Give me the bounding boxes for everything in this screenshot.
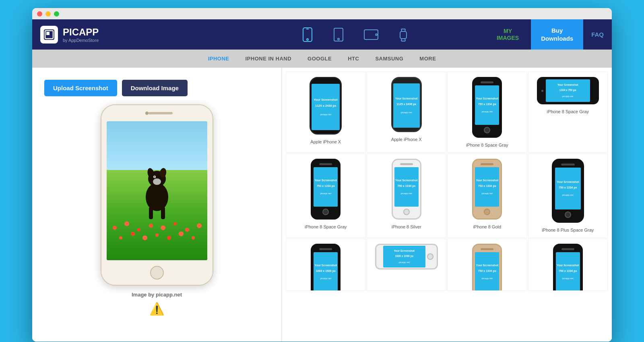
phone-grid: Your Screenshot 1125 x 2436 px picapp.ne… <box>286 72 608 291</box>
grid-cell-11[interactable]: Your Screenshot 750 x 1334 px picapp.net <box>528 238 608 291</box>
close-dot[interactable] <box>37 11 42 17</box>
mockup-6: Your Screenshot 750 x 1334 px picapp.net <box>472 159 502 220</box>
svg-rect-3 <box>303 28 312 41</box>
faq-link[interactable]: FAQ <box>583 31 612 38</box>
cell-label-1: Apple iPhone X <box>391 137 422 142</box>
svg-point-17 <box>113 226 117 230</box>
grid-cell-7[interactable]: Your Screenshot 750 x 1334 px picapp.net… <box>528 153 608 238</box>
action-buttons: Upload Screenshot Download Image <box>44 80 188 96</box>
mockup-1: Your Screenshot 1125 x 2436 px picapp.ne… <box>391 77 422 132</box>
mockup-9: Your Screenshot 1920 x 1080 px picapp.ne… <box>375 244 438 269</box>
warning-icon[interactable]: ⚠️ <box>149 302 164 316</box>
svg-point-20 <box>149 224 153 228</box>
grid-cell-10[interactable]: Your Screenshot 750 x 1334 px picapp.net <box>447 238 527 291</box>
watch-device-tab[interactable] <box>398 27 408 42</box>
subnav-iphone-in-hand[interactable]: IPHONE IN HAND <box>245 56 291 62</box>
phone-screen <box>107 121 207 260</box>
subnav-google[interactable]: GOOGLE <box>308 56 332 62</box>
app-window: PICAPP by AppDemoStore <box>32 8 612 342</box>
subnav-htc[interactable]: HTC <box>348 56 359 62</box>
phone-speaker <box>149 112 173 114</box>
grid-cell-3[interactable]: Your Screenshot 1334 x 750 px picapp.net… <box>528 72 608 153</box>
image-credit: Image by picapp.net <box>132 292 182 298</box>
buy-downloads-button[interactable]: Buy Downloads <box>531 19 583 50</box>
header: PICAPP by AppDemoStore <box>32 19 612 50</box>
svg-point-27 <box>142 236 147 240</box>
phone-preview-mockup <box>101 104 213 286</box>
subnav-more[interactable]: MORE <box>419 56 436 62</box>
svg-point-21 <box>161 226 165 230</box>
sub-nav: IPHONE IPHONE IN HAND GOOGLE HTC SAMSUNG… <box>32 50 612 68</box>
phone-bottom-bar <box>101 260 213 285</box>
ipad-landscape-device-tab[interactable] <box>364 29 378 40</box>
iphone-device-tab[interactable] <box>302 27 313 42</box>
svg-point-9 <box>376 34 377 35</box>
mockup-8: Your Screenshot 1080 x 1920 px picapp.ne… <box>311 244 341 291</box>
logo-subtitle: by AppDemoStore <box>63 38 99 43</box>
cell-label-3: iPhone 8 Space Gray <box>547 109 589 114</box>
grid-cell-1[interactable]: Your Screenshot 1125 x 2436 px picapp.ne… <box>367 72 447 153</box>
svg-point-22 <box>173 222 177 226</box>
grid-cell-9[interactable]: Your Screenshot 1920 x 1080 px picapp.ne… <box>367 238 447 291</box>
cell-label-2: iPhone 8 Space Gray <box>466 143 508 147</box>
svg-rect-2 <box>46 32 50 35</box>
home-button <box>150 266 164 280</box>
svg-point-31 <box>192 236 195 240</box>
svg-rect-37 <box>161 207 165 219</box>
grid-cell-2[interactable]: Your Screenshot 750 x 1334 px picapp.net… <box>447 72 527 153</box>
svg-point-32 <box>146 183 168 211</box>
cell-label-6: iPhone 8 Gold <box>473 224 501 229</box>
maximize-dot[interactable] <box>54 11 59 17</box>
nav-right: MY IMAGES Buy Downloads FAQ <box>485 19 612 50</box>
svg-point-7 <box>338 38 339 40</box>
ipad-portrait-device-tab[interactable] <box>333 28 344 41</box>
svg-point-40 <box>154 176 155 178</box>
subnav-iphone[interactable]: IPHONE <box>208 56 229 62</box>
subnav-samsung[interactable]: SAMSUNG <box>375 56 403 62</box>
mockup-11: Your Screenshot 750 x 1334 px picapp.net <box>553 244 583 291</box>
svg-point-28 <box>155 234 159 237</box>
grid-cell-8[interactable]: Your Screenshot 1080 x 1920 px picapp.ne… <box>286 238 366 291</box>
download-image-button[interactable]: Download Image <box>122 80 188 96</box>
mockup-7: Your Screenshot 750 x 1334 px picapp.net <box>552 159 584 223</box>
mockup-0: Your Screenshot 1125 x 2436 px picapp.ne… <box>310 77 342 135</box>
svg-point-38 <box>153 178 161 185</box>
logo-area: PICAPP by AppDemoStore <box>32 26 225 44</box>
svg-rect-6 <box>334 28 343 41</box>
logo-icon <box>40 26 58 44</box>
svg-point-26 <box>131 232 135 236</box>
grid-cell-0[interactable]: Your Screenshot 1125 x 2436 px picapp.ne… <box>286 72 366 153</box>
my-images-button[interactable]: MY IMAGES <box>485 28 531 41</box>
mockup-10: Your Screenshot 750 x 1334 px picapp.net <box>472 244 502 291</box>
minimize-dot[interactable] <box>45 11 51 17</box>
svg-point-5 <box>307 39 308 40</box>
svg-point-24 <box>197 224 202 228</box>
svg-point-29 <box>167 236 171 240</box>
cell-label-4: iPhone 8 Space Gray <box>305 224 347 229</box>
cell-label-7: iPhone 8 Plus Space Gray <box>542 228 594 232</box>
svg-rect-10 <box>400 31 407 39</box>
mockup-3: Your Screenshot 1334 x 750 px picapp.net <box>537 77 599 104</box>
grid-cell-5[interactable]: Your Screenshot 750 x 1334 px picapp.net… <box>367 153 447 238</box>
grid-cell-6[interactable]: Your Screenshot 750 x 1334 px picapp.net… <box>447 153 527 238</box>
grid-cell-4[interactable]: Your Screenshot 750 x 1334 px picapp.net… <box>286 153 366 238</box>
svg-point-18 <box>124 222 129 226</box>
dog-scene <box>107 121 207 260</box>
logo-text: PICAPP by AppDemoStore <box>63 27 99 43</box>
svg-point-19 <box>137 228 140 232</box>
left-panel: Upload Screenshot Download Image <box>32 68 282 342</box>
mockup-4: Your Screenshot 750 x 1334 px picapp.net <box>311 159 341 220</box>
device-icon-group <box>225 27 485 42</box>
mockup-5: Your Screenshot 750 x 1334 px picapp.net <box>392 159 421 220</box>
right-panel: Your Screenshot 1125 x 2436 px picapp.ne… <box>282 68 612 342</box>
upload-screenshot-button[interactable]: Upload Screenshot <box>44 80 117 96</box>
svg-point-30 <box>179 232 184 236</box>
svg-rect-36 <box>149 207 153 219</box>
title-bar <box>32 8 612 19</box>
mockup-2: Your Screenshot 750 x 1334 px picapp.net <box>472 77 502 138</box>
main-content: Upload Screenshot Download Image <box>32 68 612 342</box>
cell-label-5: iPhone 8 Silver <box>392 224 421 229</box>
svg-point-25 <box>119 236 122 240</box>
cell-label-0: Apple iPhone X <box>310 139 341 144</box>
logo-brand: PICAPP <box>63 27 99 38</box>
